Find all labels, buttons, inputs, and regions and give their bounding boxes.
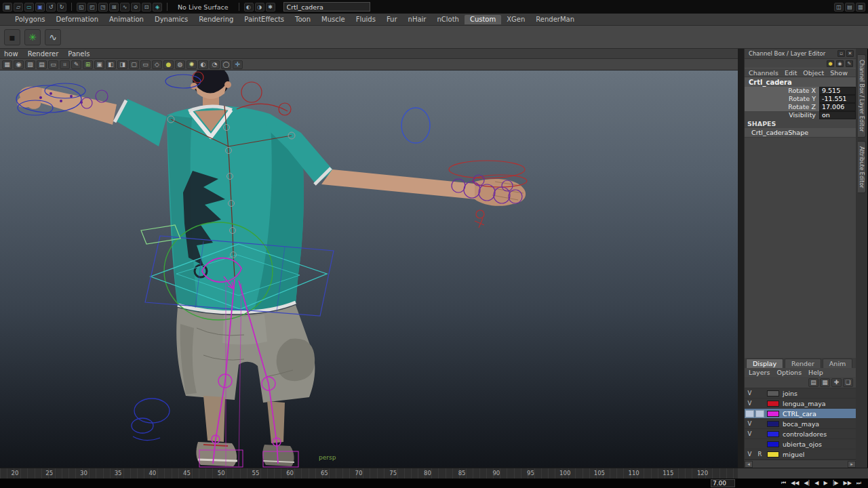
channel-manip-icon[interactable]: ◉ xyxy=(836,60,844,67)
layers-sort-icon[interactable]: ▤ xyxy=(808,378,818,387)
play-forwards-button[interactable]: ▶ xyxy=(823,479,827,488)
layer-row-joins[interactable]: Vjoins xyxy=(745,388,856,399)
modeling-toolkit-toggle-icon[interactable]: ◫ xyxy=(834,3,844,12)
timeline-frame-85[interactable]: 85 xyxy=(458,470,466,476)
layer-visible-toggle[interactable]: V xyxy=(745,420,755,428)
film-gate-icon[interactable]: ▣ xyxy=(94,60,104,69)
lights-icon[interactable]: ✺ xyxy=(186,60,197,69)
snap-plane-icon[interactable]: ⊡ xyxy=(142,3,151,12)
image-plane-icon[interactable]: ▭ xyxy=(48,60,58,69)
layer-visible-toggle[interactable]: V xyxy=(745,430,755,439)
channel-label[interactable]: Rotate Z xyxy=(745,103,819,111)
channel-value-field[interactable]: -11.551 xyxy=(819,95,856,103)
layer-mode-toggle[interactable] xyxy=(755,410,764,418)
channel-label[interactable]: Visibility xyxy=(745,111,819,119)
make-live-icon[interactable]: ◈ xyxy=(153,3,162,12)
xray-icon[interactable]: ◔ xyxy=(210,60,220,69)
save-scene-icon[interactable]: ▣ xyxy=(35,3,45,12)
channelbox-menu-edit[interactable]: Edit xyxy=(785,69,797,77)
timeline-frame-40[interactable]: 40 xyxy=(149,470,156,476)
quick-selection-field[interactable] xyxy=(283,2,370,12)
camera-lock-icon[interactable]: ◉ xyxy=(14,60,24,69)
timeline-frame-100[interactable]: 100 xyxy=(559,470,570,476)
layer-visible-toggle[interactable]: V xyxy=(745,389,755,398)
timeline-frame-60[interactable]: 60 xyxy=(286,470,294,476)
go-to-end-button[interactable]: ⏭ xyxy=(856,479,861,488)
channel-value-field[interactable]: 17.006 xyxy=(819,103,856,111)
shelf-tab-xgen[interactable]: XGen xyxy=(501,15,530,24)
scroll-right-icon[interactable]: ▸ xyxy=(848,461,856,468)
channelbox-menu-object[interactable]: Object xyxy=(803,69,824,77)
layer-menu-options[interactable]: Options xyxy=(776,369,802,376)
shadows-icon[interactable]: ◐ xyxy=(198,60,208,69)
2d-pan-zoom-icon[interactable]: ⌗ xyxy=(60,60,70,69)
green-snowflake-icon[interactable]: ✳ xyxy=(24,29,41,45)
render-settings-icon[interactable]: ✱ xyxy=(266,3,275,12)
select-component-icon[interactable]: ◳ xyxy=(98,3,108,12)
grid-toggle-icon[interactable]: ⊞ xyxy=(83,60,93,69)
panel-menu-renderer[interactable]: Renderer xyxy=(28,50,59,58)
timeline-frame-30[interactable]: 30 xyxy=(80,470,87,476)
timeline-frame-65[interactable]: 65 xyxy=(321,470,328,476)
open-scene-icon[interactable]: ▭ xyxy=(24,3,34,12)
panel-menu-panels[interactable]: Panels xyxy=(68,50,90,58)
wireframe-icon[interactable]: ◇ xyxy=(152,60,162,69)
layer-row-ubierta_ojos[interactable]: ubierta_ojos xyxy=(745,439,856,449)
layer-editor-tab-display[interactable]: Display xyxy=(746,359,783,368)
layer-visible-toggle[interactable]: V xyxy=(745,399,755,408)
shelf-tab-toon[interactable]: Toon xyxy=(290,15,316,24)
go-to-start-button[interactable]: ⏮ xyxy=(781,479,786,488)
select-object-icon[interactable]: ◰ xyxy=(87,3,97,12)
panel-menu-how[interactable]: how xyxy=(4,50,18,58)
channel-label[interactable]: Rotate X xyxy=(745,87,819,95)
redo-icon[interactable]: ↻ xyxy=(57,3,66,12)
isolate-select-icon[interactable]: ◯ xyxy=(221,60,231,69)
layer-row-miguel[interactable]: VRmiguel xyxy=(745,449,856,460)
undo-icon[interactable]: ↺ xyxy=(46,3,56,12)
safe-action-icon[interactable]: ▢ xyxy=(129,60,139,69)
timeline-frame-110[interactable]: 110 xyxy=(628,470,639,476)
layer-color-swatch[interactable] xyxy=(767,451,779,458)
time-slider[interactable]: 2025303540455055606570758085909510010511… xyxy=(0,468,738,479)
new-layer-from-selected-icon[interactable]: ❏ xyxy=(843,378,853,387)
viewport-3d-scene[interactable] xyxy=(0,70,738,468)
timeline-frame-45[interactable]: 45 xyxy=(183,470,191,476)
layer-color-swatch[interactable] xyxy=(767,421,779,427)
select-hierarchy-icon[interactable]: ◱ xyxy=(77,3,86,12)
empty-layer-icon[interactable]: ▦ xyxy=(820,378,830,387)
timeline-frame-90[interactable]: 90 xyxy=(492,470,500,476)
app-grid-icon[interactable]: ▦ xyxy=(3,3,12,12)
scroll-left-icon[interactable]: ◂ xyxy=(745,461,753,468)
shelf-tab-fluids[interactable]: Fluids xyxy=(351,15,381,24)
channelbox-menu-channels[interactable]: Channels xyxy=(749,69,778,77)
layer-list-scrollbar[interactable]: ◂ ▸ xyxy=(745,460,856,468)
timeline-frame-95[interactable]: 95 xyxy=(527,470,534,476)
timeline-frame-20[interactable]: 20 xyxy=(12,470,19,476)
panel-close-icon[interactable]: ✕ xyxy=(846,50,854,57)
layer-editor-tab-anim[interactable]: Anim xyxy=(823,359,852,368)
channelbox-menu-show[interactable]: Show xyxy=(830,69,848,77)
shelf-tab-polygons[interactable]: Polygons xyxy=(9,15,51,24)
layer-color-swatch[interactable] xyxy=(767,390,779,396)
shelf-tab-custom[interactable]: Custom xyxy=(465,15,501,24)
timeline-frame-70[interactable]: 70 xyxy=(355,470,363,476)
bookmark-icon[interactable]: ▤ xyxy=(37,60,47,69)
camera-settings-icon[interactable]: ▧ xyxy=(25,60,35,69)
channel-value-field[interactable]: 9.515 xyxy=(819,87,856,95)
textured-mode-icon[interactable]: ◍ xyxy=(175,60,185,69)
shelf-tab-ncloth[interactable]: nCloth xyxy=(431,15,464,24)
step-forward-key-button[interactable]: |▶ xyxy=(833,479,839,488)
timeline-frame-80[interactable]: 80 xyxy=(424,470,431,476)
side-tab-channel-box[interactable]: Channel Box / Layer Editor xyxy=(858,54,866,138)
layer-row-CTRL_cara[interactable]: CTRL_cara xyxy=(745,409,856,419)
channel-speed-icon[interactable]: ● xyxy=(827,60,834,67)
shaded-mode-icon[interactable]: ● xyxy=(163,60,174,69)
viewport-3d[interactable]: persp xyxy=(0,70,738,468)
snap-grid-icon[interactable]: ⊞ xyxy=(109,3,119,12)
shelf-tab-rendering[interactable]: Rendering xyxy=(193,15,239,24)
timeline-frame-25[interactable]: 25 xyxy=(45,470,53,476)
resolution-gate-icon[interactable]: ◧ xyxy=(106,60,116,69)
layer-mode-toggle[interactable]: R xyxy=(755,450,765,459)
shelf-tab-fur[interactable]: Fur xyxy=(381,15,403,24)
current-frame-field[interactable] xyxy=(711,479,735,487)
